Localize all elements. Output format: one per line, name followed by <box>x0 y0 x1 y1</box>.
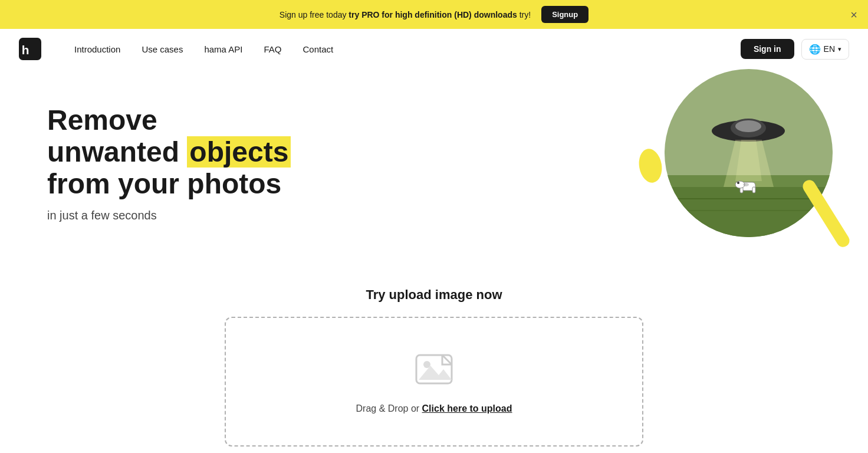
hero-title: Remove unwanted objects from your photos <box>47 104 291 201</box>
nav-link-introduction[interactable]: Introduction <box>74 44 120 54</box>
svg-text:h: h <box>22 43 29 57</box>
hero-circle <box>665 69 833 237</box>
upload-image-icon <box>414 349 454 389</box>
svg-rect-14 <box>752 187 755 193</box>
drag-prefix: Drag & Drop or <box>356 403 422 413</box>
hero-line3: from your photos <box>47 168 281 199</box>
banner-suffix: try! <box>517 10 531 19</box>
deco-blob-large <box>800 178 852 250</box>
svg-point-17 <box>743 183 749 186</box>
upload-title: Try upload image now <box>366 287 502 303</box>
hero-text: Remove unwanted objects from your photos… <box>47 93 291 222</box>
logo-link[interactable]: h <box>19 38 45 60</box>
deco-blob-small <box>636 147 664 185</box>
hero-line1: Remove <box>47 104 157 136</box>
banner-signup-button[interactable]: Signup <box>541 6 588 23</box>
banner-highlight: try PRO for high definition (HD) downloa… <box>348 10 517 19</box>
upload-label: Drag & Drop or Click here to upload <box>356 403 512 414</box>
banner-close-button[interactable]: × <box>850 9 857 21</box>
upload-icon-wrap <box>414 349 454 392</box>
nav-links: Introduction Use cases hama API FAQ Cont… <box>74 44 741 54</box>
upload-section: Try upload image now Drag & Drop or Clic… <box>0 270 868 453</box>
hero-subtitle: in just a few seconds <box>47 209 291 222</box>
nav-link-contact[interactable]: Contact <box>303 44 333 54</box>
nav-link-api[interactable]: hama API <box>204 44 242 54</box>
lang-label: EN <box>824 44 835 54</box>
scene-svg <box>665 69 833 237</box>
svg-marker-20 <box>419 366 452 380</box>
svg-point-16 <box>737 182 739 184</box>
hero-line2-highlight: objects <box>187 136 291 168</box>
upload-dropzone[interactable]: Drag & Drop or Click here to upload <box>225 317 643 447</box>
hero-section: Remove unwanted objects from your photos… <box>0 69 868 270</box>
nav-link-faq[interactable]: FAQ <box>264 44 281 54</box>
hama-logo-icon: h <box>19 38 41 60</box>
sign-in-button[interactable]: Sign in <box>741 39 794 59</box>
hero-line2-plain: unwanted <box>47 136 179 168</box>
banner-prefix: Sign up free today <box>280 10 349 19</box>
hero-image <box>620 57 833 270</box>
svg-point-9 <box>735 120 761 132</box>
language-selector[interactable]: 🌐 EN ▾ <box>801 39 849 60</box>
nav-right: Sign in 🌐 EN ▾ <box>741 39 849 60</box>
banner-text: Sign up free today try PRO for high defi… <box>280 10 531 19</box>
chevron-down-icon: ▾ <box>838 45 841 53</box>
click-here-link[interactable]: Click here to upload <box>422 403 512 413</box>
globe-icon: 🌐 <box>809 44 821 55</box>
promo-banner: Sign up free today try PRO for high defi… <box>0 0 868 29</box>
nav-link-use-cases[interactable]: Use cases <box>142 44 183 54</box>
